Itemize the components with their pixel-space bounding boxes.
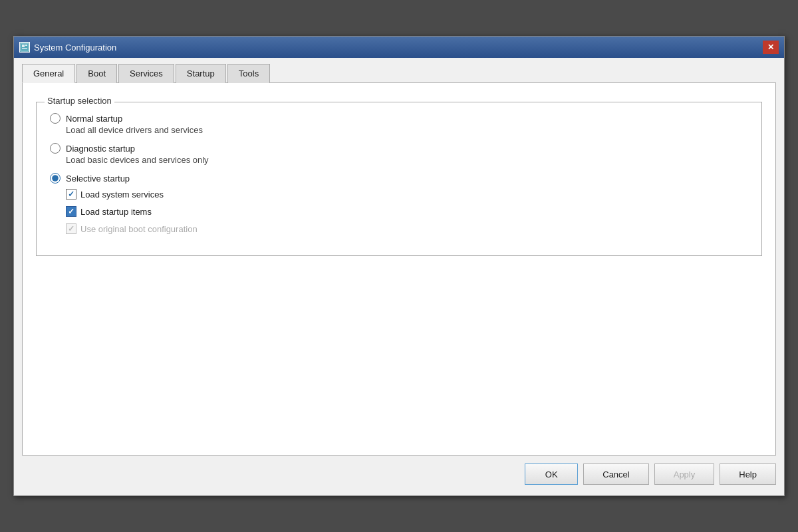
radio-diagnostic[interactable] [50,143,61,154]
checkbox-label-boot-config: Use original boot configuration [80,224,198,234]
svg-rect-1 [22,45,25,47]
checkbox-label-startup-items[interactable]: Load startup items [80,207,152,217]
title-bar: System Configuration ✕ [14,37,784,58]
tab-bar: General Boot Services Startup Tools [22,63,776,83]
checkbox-section: ✓ Load system services ✓ Load startup it… [66,189,748,234]
checkbox-row-system-services: ✓ Load system services [66,189,748,200]
apply-button[interactable]: Apply [654,464,715,485]
radio-row-selective: Selective startup [50,173,748,184]
close-button[interactable]: ✕ [763,41,779,54]
tab-services[interactable]: Services [118,64,174,83]
title-bar-left: System Configuration [19,42,116,53]
button-row: OK Cancel Apply Help [22,456,776,487]
radio-normal[interactable] [50,113,61,124]
radio-item-diagnostic: Diagnostic startup Load basic devices an… [50,143,748,165]
radio-label-normal[interactable]: Normal startup [66,114,122,124]
radio-label-selective[interactable]: Selective startup [66,174,130,184]
checkmark-startup-items: ✓ [68,207,74,216]
radio-row-diagnostic: Diagnostic startup [50,143,748,154]
svg-rect-2 [25,45,27,46]
system-configuration-window: System Configuration ✕ General Boot Serv… [13,36,785,496]
radio-row-normal: Normal startup [50,113,748,124]
checkbox-system-services[interactable]: ✓ [66,189,76,200]
help-button[interactable]: Help [720,464,776,485]
tab-general[interactable]: General [22,64,75,83]
tab-boot[interactable]: Boot [76,64,117,83]
radio-selective[interactable] [50,173,61,184]
checkbox-startup-items[interactable]: ✓ [66,206,76,217]
tab-tools[interactable]: Tools [227,64,270,83]
svg-rect-3 [22,48,27,49]
checkbox-boot-config: ✓ [66,223,76,234]
startup-selection-group: Startup selection Normal startup Load al… [36,102,762,256]
group-label: Startup selection [45,96,114,106]
window-body: General Boot Services Startup Tools Star… [14,58,784,495]
radio-label-diagnostic[interactable]: Diagnostic startup [66,144,135,154]
tab-startup[interactable]: Startup [176,64,226,83]
ok-button[interactable]: OK [525,464,578,485]
radio-item-normal: Normal startup Load all device drivers a… [50,113,748,135]
checkbox-row-startup-items: ✓ Load startup items [66,206,748,217]
checkmark-boot-config: ✓ [68,224,74,233]
window-title: System Configuration [34,43,116,53]
window-icon [19,42,30,53]
radio-item-selective: Selective startup ✓ Load system services [50,173,748,234]
checkmark-system-services: ✓ [68,190,74,199]
radio-desc-normal: Load all device drivers and services [66,125,748,135]
cancel-button[interactable]: Cancel [583,464,648,485]
radio-desc-diagnostic: Load basic devices and services only [66,155,748,165]
checkbox-row-boot-config: ✓ Use original boot configuration [66,223,748,234]
checkbox-label-system-services[interactable]: Load system services [80,190,164,200]
tab-content-general: Startup selection Normal startup Load al… [22,83,776,456]
radio-group: Normal startup Load all device drivers a… [50,113,748,242]
